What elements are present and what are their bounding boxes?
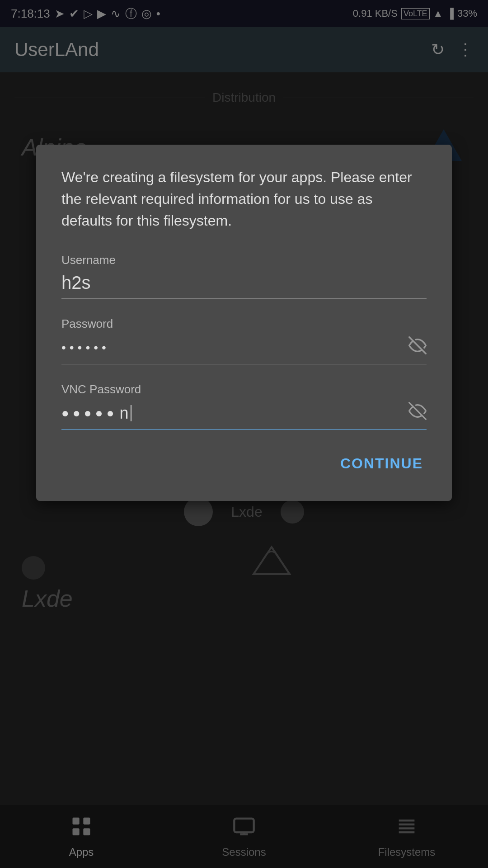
cursor: [131, 405, 131, 421]
vnc-password-field-container: ●●●●● n: [61, 402, 427, 430]
dialog-overlay: We're creating a filesystem for your app…: [0, 0, 488, 868]
vnc-password-visibility-toggle[interactable]: [408, 402, 427, 424]
vnc-password-label: VNC Password: [61, 382, 427, 396]
username-field-container: [61, 273, 427, 299]
dialog-actions: CONTINUE: [61, 448, 427, 479]
filesystem-dialog: We're creating a filesystem for your app…: [36, 145, 452, 501]
vnc-password-dots: ●●●●●: [61, 406, 118, 420]
password-visibility-toggle[interactable]: [408, 336, 427, 359]
password-label: Password: [61, 317, 427, 331]
username-label: Username: [61, 253, 427, 267]
password-field-container: [61, 336, 427, 364]
username-input[interactable]: [61, 273, 427, 293]
vnc-password-char: n: [120, 404, 129, 423]
password-input[interactable]: [61, 340, 353, 355]
continue-button[interactable]: CONTINUE: [337, 448, 427, 479]
dialog-message: We're creating a filesystem for your app…: [61, 166, 427, 231]
